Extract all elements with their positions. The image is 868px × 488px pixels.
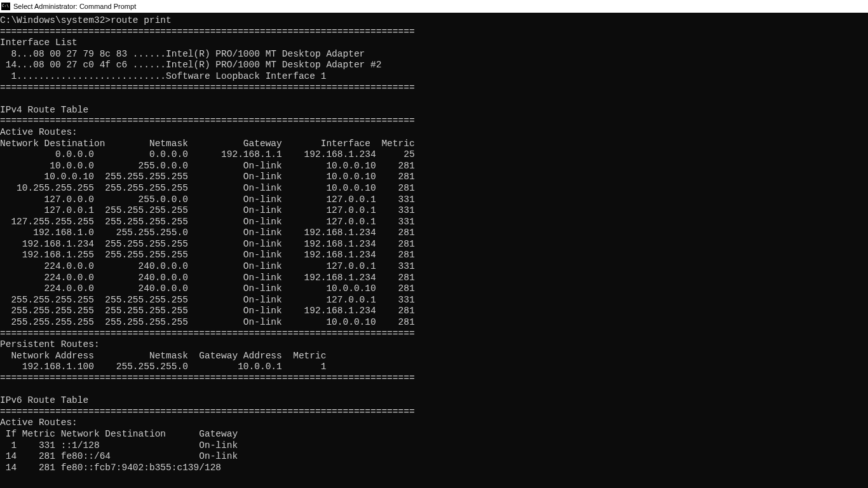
- persistent-columns: Network Address Netmask Gateway Address …: [0, 351, 326, 361]
- persistent-routes-header: Persistent Routes:: [0, 339, 100, 349]
- active-routes-header: Active Routes:: [0, 417, 78, 428]
- ipv6-routes-block: 1 331 ::1/128 On-link 14 281 fe80::/64 O…: [0, 440, 238, 473]
- interface-list-header: Interface List: [0, 37, 78, 48]
- separator-line: ========================================…: [0, 83, 415, 93]
- terminal-output[interactable]: C:\Windows\system32>route print ========…: [0, 13, 868, 488]
- prompt-command: route print: [111, 15, 172, 25]
- interface-row: 14...08 00 27 c0 4f c6 ......Intel(R) PR…: [0, 60, 381, 70]
- ipv4-persistent-block: 192.168.1.100 255.255.255.0 10.0.0.1 1: [0, 362, 326, 372]
- ipv4-routes-block: 0.0.0.0 0.0.0.0 192.168.1.1 192.168.1.23…: [0, 149, 415, 327]
- active-routes-header: Active Routes:: [0, 127, 78, 137]
- interface-row: 1...........................Software Loo…: [0, 71, 326, 81]
- interface-row: 8...08 00 27 79 8c 83 ......Intel(R) PRO…: [0, 49, 365, 59]
- separator-line: ========================================…: [0, 27, 415, 37]
- separator-line: ========================================…: [0, 407, 415, 417]
- window-titlebar[interactable]: Select Administrator: Command Prompt: [0, 0, 868, 13]
- ipv6-title: IPv6 Route Table: [0, 395, 88, 405]
- separator-line: ========================================…: [0, 329, 415, 339]
- ipv4-columns: Network Destination Netmask Gateway Inte…: [0, 139, 415, 149]
- window-title: Select Administrator: Command Prompt: [13, 3, 136, 10]
- ipv4-title: IPv4 Route Table: [0, 105, 88, 115]
- separator-line: ========================================…: [0, 373, 415, 383]
- prompt-path: C:\Windows\system32>: [0, 15, 111, 25]
- cmd-icon: [1, 3, 10, 10]
- ipv6-columns: If Metric Network Destination Gateway: [0, 429, 238, 439]
- separator-line: ========================================…: [0, 116, 415, 126]
